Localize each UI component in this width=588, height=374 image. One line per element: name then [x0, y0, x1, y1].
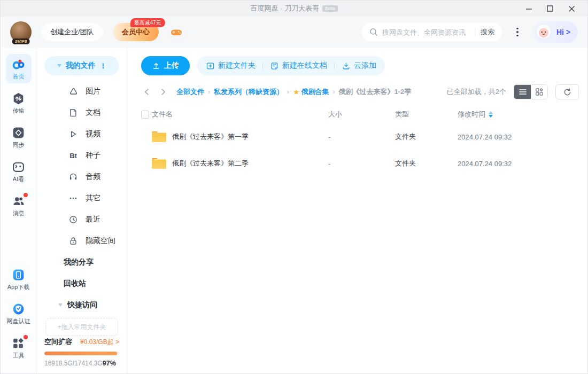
storage-usage-text: 16918.5G/17414.3G	[44, 360, 103, 367]
hidden-space-label: 隐藏空间	[86, 236, 115, 246]
rail-item-app-download[interactable]: App下载	[6, 264, 32, 294]
quick-access-label: 快捷访问	[67, 300, 97, 310]
breadcrumb-separator: ›	[208, 88, 210, 96]
audio-icon	[68, 172, 79, 182]
file-type: 文件夹	[395, 159, 458, 168]
sidebar-item-my-shares[interactable]: 我的分享	[37, 252, 127, 273]
sidebar-item-quick-access[interactable]: 快捷访问	[37, 294, 127, 316]
sidebar-item-documents[interactable]: 文档	[37, 102, 127, 123]
more-menu-button[interactable]	[509, 24, 525, 40]
recent-label: 最近	[86, 215, 100, 224]
upload-button[interactable]: 上传	[141, 56, 190, 75]
new-folder-button[interactable]: 新建文件夹	[206, 61, 256, 71]
maximize-button[interactable]	[539, 1, 561, 17]
table-row[interactable]: 俄剧《过去来客》第二季 - 文件夹 2024.07.24 09:32	[127, 150, 587, 177]
column-header-type: 类型	[395, 110, 458, 119]
refresh-button[interactable]	[555, 84, 579, 99]
sidebar-item-my-files[interactable]: 我的文件 ⋮	[44, 56, 119, 75]
drop-folder-zone[interactable]: +拖入常用文件夹	[45, 318, 118, 336]
create-team-button[interactable]: 创建企业/团队	[41, 23, 103, 41]
storage-label: 空间扩容	[44, 337, 72, 347]
file-name[interactable]: 俄剧《过去来客》第二季	[172, 159, 249, 168]
pictures-icon	[68, 86, 79, 97]
rail-item-home[interactable]: 首页	[6, 54, 32, 83]
sidebar-item-torrents[interactable]: Bt 种子	[37, 145, 127, 166]
grid-view-icon	[536, 88, 543, 96]
audio-label: 音频	[86, 172, 100, 182]
file-modified: 2024.07.24 09:32	[458, 133, 587, 141]
cloud-add-button[interactable]: 云添加	[342, 61, 376, 71]
sidebar-item-recent[interactable]: 最近	[37, 209, 127, 230]
search-button[interactable]: 搜索	[481, 27, 494, 37]
path-bar: 全部文件 › 私发系列（稀缺资源） › ★ 俄剧合集 › 俄剧《过去来客》1-2…	[141, 84, 579, 100]
online-doc-icon	[270, 61, 279, 71]
sidebar-item-recycle-bin[interactable]: 回收站	[37, 273, 127, 294]
my-files-label: 我的文件	[66, 61, 96, 71]
assistant-button[interactable]: Hi >	[533, 21, 578, 43]
sidebar-item-videos[interactable]: 视频	[37, 123, 127, 145]
rail-label-transfer: 传输	[13, 107, 25, 115]
file-type: 文件夹	[395, 132, 458, 142]
bt-icon: Bt	[68, 150, 79, 161]
breadcrumb-all-files[interactable]: 全部文件	[176, 87, 204, 97]
netdisk-logo-icon	[12, 57, 26, 71]
window-title-text: 百度网盘 · 刀刀大表哥	[250, 4, 319, 13]
assistant-avatar-icon	[535, 23, 553, 41]
storage-upgrade-link[interactable]: ¥0.03/GB起 >	[80, 338, 119, 347]
sidebar-item-pictures[interactable]: 图片	[37, 81, 127, 102]
messages-badge	[24, 193, 28, 197]
sidebar: 我的文件 ⋮ 图片 文档 视频 Bt 种子	[37, 48, 127, 373]
tools-icon	[12, 336, 26, 350]
rail-item-tools[interactable]: 工具	[6, 333, 32, 362]
my-files-menu-icon[interactable]: ⋮	[100, 63, 107, 69]
table-header: 文件名 大小 类型 修改时间	[127, 105, 587, 123]
sidebar-item-others[interactable]: 其它	[37, 188, 127, 209]
table-row[interactable]: 俄剧《过去来客》第一季 - 文件夹 2024.07.24 09:32	[127, 123, 587, 150]
sync-icon	[12, 126, 26, 139]
select-all-checkbox[interactable]	[141, 111, 149, 119]
grid-view-button[interactable]	[531, 85, 547, 99]
rail-item-sync[interactable]: 同步	[6, 122, 32, 152]
storage-progress-fill	[44, 352, 117, 355]
pictures-label: 图片	[86, 87, 100, 96]
sidebar-item-hidden-space[interactable]: 隐藏空间	[37, 230, 127, 252]
column-header-size: 大小	[328, 110, 395, 119]
new-online-doc-button[interactable]: 新建在线文档	[270, 61, 327, 71]
search-bar: 搜索	[362, 22, 502, 42]
breadcrumb-collection[interactable]: ★ 俄剧合集	[293, 87, 329, 97]
assistant-greeting: Hi >	[556, 28, 570, 36]
rail-item-transfer[interactable]: 传输	[6, 88, 32, 118]
minimize-button[interactable]	[518, 1, 539, 17]
breadcrumb-series[interactable]: 私发系列（稀缺资源）	[214, 87, 283, 97]
refresh-icon	[563, 88, 571, 96]
rail-label-tools: 工具	[13, 352, 25, 360]
storage-percent: 97%	[103, 360, 116, 367]
games-button[interactable]	[169, 25, 183, 39]
view-toggle	[514, 84, 548, 99]
list-view-button[interactable]	[514, 85, 531, 99]
back-button[interactable]	[141, 86, 153, 98]
rail-label-ai-view: AI看	[13, 175, 24, 183]
app-download-icon	[12, 268, 26, 282]
vip-center-button[interactable]: 会员中心 最高减47元	[113, 23, 159, 41]
vip-promo-badge: 最高减47元	[130, 18, 165, 27]
videos-label: 视频	[86, 129, 100, 139]
column-header-name: 文件名	[152, 110, 328, 119]
left-rail: 首页 传输 同步	[1, 48, 37, 373]
star-icon: ★	[293, 88, 300, 96]
search-input[interactable]	[382, 28, 469, 36]
breadcrumb-collection-label: 俄剧合集	[301, 87, 329, 97]
user-avatar[interactable]: SVIP8	[10, 21, 32, 43]
close-button[interactable]	[561, 1, 582, 17]
rail-item-certification[interactable]: 网盘认证	[6, 299, 32, 328]
rail-item-ai-view[interactable]: AI看	[6, 157, 32, 186]
main-content: 上传 新建文件夹 新建在线文档 云添加	[127, 48, 587, 373]
sidebar-item-audio[interactable]: 音频	[37, 166, 127, 188]
rail-item-messages[interactable]: 消息	[6, 191, 32, 220]
cloud-add-label: 云添加	[354, 61, 376, 71]
file-name[interactable]: 俄剧《过去来客》第一季	[172, 132, 249, 142]
forward-button[interactable]	[157, 86, 169, 98]
messages-icon	[12, 194, 26, 208]
sort-control[interactable]	[489, 111, 493, 118]
rail-label-certification: 网盘认证	[7, 317, 30, 325]
